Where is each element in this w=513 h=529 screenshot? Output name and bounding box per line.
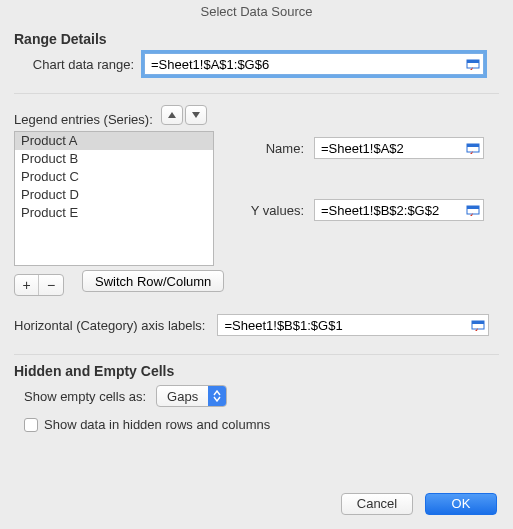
legend-entries-label: Legend entries (Series):	[14, 112, 153, 127]
add-series-button[interactable]: +	[15, 275, 39, 295]
cancel-button[interactable]: Cancel	[341, 493, 413, 515]
window-title: Select Data Source	[0, 0, 513, 21]
svg-rect-5	[467, 206, 479, 209]
hidden-empty-heading: Hidden and Empty Cells	[14, 363, 513, 379]
ok-button[interactable]: OK	[425, 493, 497, 515]
remove-series-button[interactable]: −	[39, 275, 63, 295]
collapse-dialog-icon[interactable]	[466, 57, 480, 71]
separator	[14, 93, 499, 94]
separator	[14, 354, 499, 355]
show-hidden-label: Show data in hidden rows and columns	[44, 417, 270, 432]
show-hidden-checkbox[interactable]	[24, 418, 38, 432]
series-yvalues-label: Y values:	[244, 203, 314, 218]
category-axis-input[interactable]	[217, 314, 489, 336]
show-empty-value: Gaps	[167, 389, 198, 404]
series-name-input[interactable]	[314, 137, 484, 159]
show-empty-label: Show empty cells as:	[24, 389, 156, 404]
list-item[interactable]: Product A	[15, 132, 213, 150]
list-item[interactable]: Product E	[15, 204, 213, 222]
list-item[interactable]: Product B	[15, 150, 213, 168]
popup-arrows-icon	[208, 386, 226, 406]
chart-data-range-input[interactable]	[144, 53, 484, 75]
list-item[interactable]: Product D	[15, 186, 213, 204]
collapse-dialog-icon[interactable]	[471, 318, 485, 332]
category-axis-label: Horizontal (Category) axis labels:	[14, 318, 217, 333]
series-yvalues-input[interactable]	[314, 199, 484, 221]
switch-row-column-button[interactable]: Switch Row/Column	[82, 270, 224, 292]
series-listbox[interactable]: Product AProduct BProduct CProduct DProd…	[14, 131, 214, 266]
svg-rect-1	[467, 60, 479, 63]
range-details-heading: Range Details	[14, 31, 513, 47]
chart-data-range-label: Chart data range:	[14, 57, 144, 72]
series-name-label: Name:	[244, 141, 314, 156]
list-item[interactable]: Product C	[15, 168, 213, 186]
collapse-dialog-icon[interactable]	[466, 203, 480, 217]
show-empty-popup[interactable]: Gaps	[156, 385, 227, 407]
collapse-dialog-icon[interactable]	[466, 141, 480, 155]
svg-rect-3	[467, 144, 479, 147]
move-series-down-button[interactable]	[185, 105, 207, 125]
move-series-up-button[interactable]	[161, 105, 183, 125]
svg-rect-7	[472, 321, 484, 324]
